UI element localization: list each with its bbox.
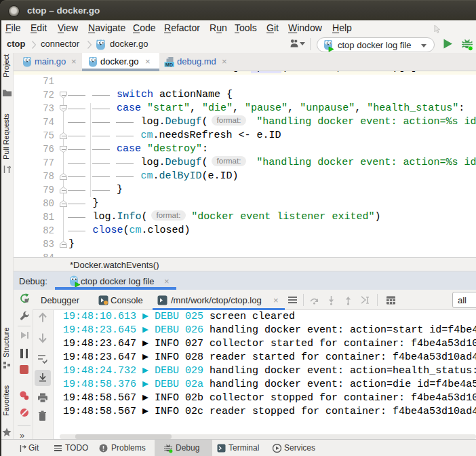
svg-text:MD: MD <box>165 62 173 67</box>
